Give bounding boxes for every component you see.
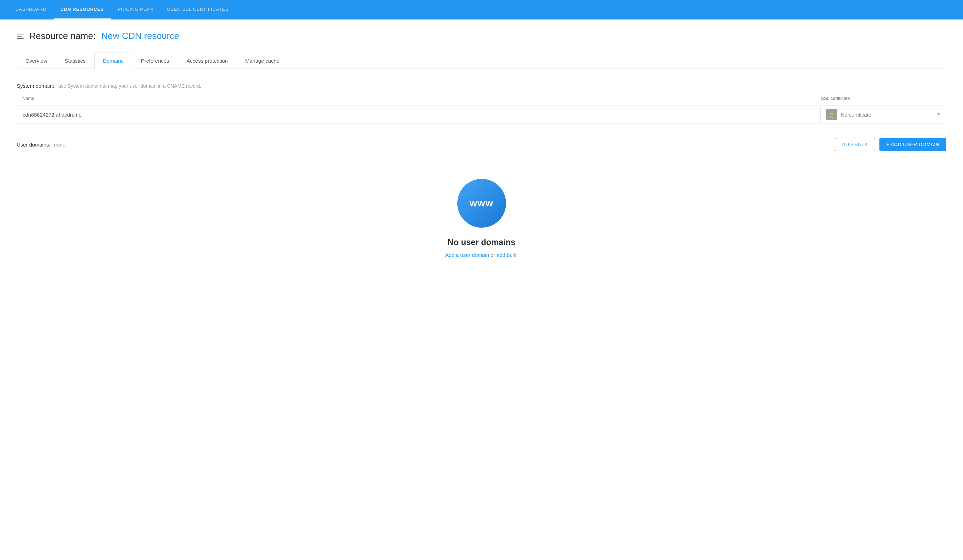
- nav-item-pricing-plan[interactable]: PRICING PLAN: [111, 0, 160, 19]
- system-domain-section: System domain: use System domain to map …: [17, 83, 946, 124]
- add-domain-link[interactable]: Add a user domain: [445, 252, 489, 258]
- user-domains-none: none: [54, 142, 65, 147]
- chevron-down-icon: [937, 113, 940, 115]
- col-name-header: Name: [17, 96, 821, 101]
- system-domain-row: cdn88624272.ahacdn.me 🔓 SSL No certifica…: [17, 105, 946, 124]
- ssl-lock-icon: 🔓 SSL: [826, 109, 837, 120]
- nav-item-dashboard[interactable]: DASHBOARD: [8, 0, 54, 19]
- user-domains-label: User domains:: [17, 142, 50, 147]
- resource-name[interactable]: New CDN resource: [101, 31, 179, 41]
- add-bulk-button[interactable]: ADD BULK: [835, 138, 875, 151]
- main-content: Resource name: New CDN resource Overview…: [0, 19, 963, 560]
- list-icon-line-3: [17, 38, 24, 39]
- add-bulk-link[interactable]: add bulk.: [497, 252, 518, 258]
- tab-statistics[interactable]: Statistics: [56, 53, 94, 69]
- system-domain-label: System domain:: [17, 83, 54, 89]
- user-domains-header: User domains: none ADD BULK + ADD USER D…: [17, 138, 946, 151]
- tabs: Overview Statistics Domains Preferences …: [17, 53, 946, 69]
- list-icon-line-2: [17, 36, 22, 37]
- tab-preferences[interactable]: Preferences: [132, 53, 178, 69]
- resource-list-icon[interactable]: [17, 34, 24, 39]
- col-ssl-header: SSL certificate: [821, 96, 946, 101]
- system-domain-name: cdn88624272.ahacdn.me: [17, 107, 820, 123]
- empty-state-description: Add a user domain or add bulk.: [445, 252, 518, 258]
- empty-state: www No user domains Add a user domain or…: [17, 165, 946, 272]
- domain-table-header: Name SSL certificate: [17, 94, 946, 102]
- ssl-select[interactable]: No certificate: [841, 112, 940, 118]
- tab-manage-cache[interactable]: Manage cache: [237, 53, 288, 69]
- tab-domains[interactable]: Domains: [94, 53, 132, 69]
- ssl-option-label: No certificate: [841, 112, 871, 118]
- system-domain-ssl-cell: 🔓 SSL No certificate: [820, 105, 946, 123]
- resource-label: Resource name:: [29, 31, 96, 41]
- empty-state-title: No user domains: [447, 237, 516, 247]
- tab-access-protection[interactable]: Access protection: [178, 53, 237, 69]
- www-icon-text: www: [470, 198, 493, 209]
- nav-item-cdn-resources[interactable]: CDN RESOURCES: [54, 0, 111, 19]
- www-icon-circle: www: [457, 179, 506, 228]
- add-user-domain-button[interactable]: + ADD USER DOMAIN: [879, 138, 946, 151]
- tab-overview[interactable]: Overview: [17, 53, 56, 69]
- system-domain-hint: use System domain to map your user domai…: [58, 83, 201, 89]
- list-icon-line-1: [17, 34, 24, 34]
- nav-item-user-ssl[interactable]: USER SSL CERTIFICATES: [160, 0, 235, 19]
- resource-header: Resource name: New CDN resource: [17, 31, 946, 41]
- user-domains-title: User domains: none: [17, 142, 65, 147]
- user-domains-actions: ADD BULK + ADD USER DOMAIN: [835, 138, 946, 151]
- empty-state-or: or: [490, 252, 497, 258]
- top-nav: DASHBOARD CDN RESOURCES PRICING PLAN USE…: [0, 0, 963, 19]
- system-domain-title: System domain: use System domain to map …: [17, 83, 946, 89]
